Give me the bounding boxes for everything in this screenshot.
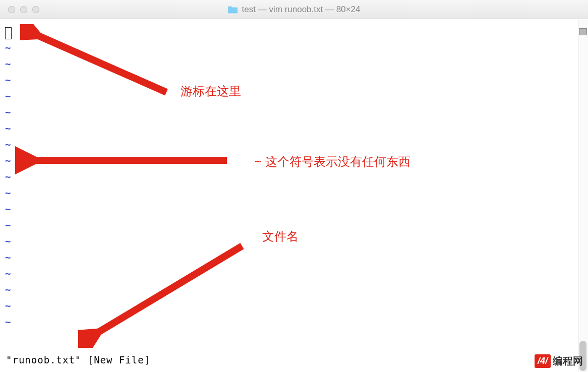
empty-line-marker: ~ <box>5 297 583 314</box>
window-title: test — vim runoob.txt — 80×24 <box>228 5 361 15</box>
watermark-badge: /4/ <box>535 354 551 368</box>
folder-icon <box>228 6 238 14</box>
watermark-text: 编程网 <box>553 354 583 368</box>
vim-status-line: "runoob.txt" [New File] <box>6 352 150 368</box>
vertical-scrollbar[interactable] <box>578 19 588 372</box>
empty-line-marker: ~ <box>5 265 583 281</box>
empty-lines-container: ~~~~~~~~~~~~~~~~~~ <box>5 39 583 330</box>
window-title-text: test — vim runoob.txt — 80×24 <box>242 5 361 15</box>
empty-line-marker: ~ <box>5 201 583 217</box>
window-controls <box>6 6 39 13</box>
watermark: /4/ 编程网 <box>535 354 583 368</box>
empty-line-marker: ~ <box>5 136 583 152</box>
window-titlebar: test — vim runoob.txt — 80×24 <box>0 0 588 19</box>
empty-line-marker: ~ <box>5 168 583 184</box>
empty-line-marker: ~ <box>5 314 583 330</box>
empty-line-marker: ~ <box>5 249 583 265</box>
maximize-window-button[interactable] <box>32 6 39 13</box>
empty-line-marker: ~ <box>5 184 583 201</box>
empty-line-marker: ~ <box>5 233 583 249</box>
empty-line-marker: ~ <box>5 104 583 120</box>
empty-line-marker: ~ <box>5 72 583 88</box>
minimize-window-button[interactable] <box>20 6 27 13</box>
empty-line-marker: ~ <box>5 281 583 297</box>
empty-line-marker: ~ <box>5 217 583 233</box>
close-window-button[interactable] <box>8 6 15 13</box>
text-cursor <box>5 27 12 39</box>
empty-line-marker: ~ <box>5 88 583 104</box>
scroll-marker-icon <box>579 28 587 35</box>
empty-line-marker: ~ <box>5 152 583 168</box>
cursor-line <box>5 23 583 39</box>
empty-line-marker: ~ <box>5 120 583 136</box>
terminal-viewport[interactable]: ~~~~~~~~~~~~~~~~~~ "runoob.txt" [New Fil… <box>0 19 588 372</box>
empty-line-marker: ~ <box>5 55 583 72</box>
empty-line-marker: ~ <box>5 39 583 55</box>
